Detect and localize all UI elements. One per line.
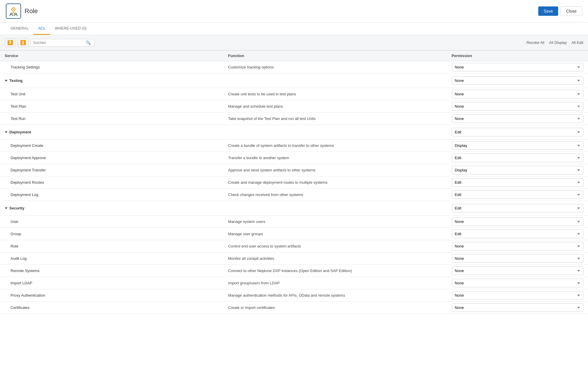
service-cell: Certificates [0, 302, 223, 314]
function-cell: Take snapshot of the Test Plan and run a… [223, 113, 447, 125]
function-cell: Manage system users [223, 216, 447, 228]
function-cell: Monitor all cockpit activities [223, 252, 447, 265]
collapse-all-button[interactable]: ⏬ [5, 38, 16, 47]
permission-select[interactable]: NoneDisplayEdit [452, 128, 583, 136]
permission-select[interactable]: NoneDisplayEdit [452, 90, 583, 98]
service-cell: User [0, 216, 223, 228]
table-row: Deployment TransferApprove and send syst… [0, 164, 588, 176]
service-cell: Group [0, 228, 223, 240]
function-cell: Manage authentication methods for APIs, … [223, 289, 447, 302]
group-permission-cell[interactable]: NoneDisplayEdit [447, 201, 588, 216]
tab-acl[interactable]: ACL [33, 23, 50, 35]
permission-select[interactable]: NoneDisplayEdit [452, 279, 583, 287]
permission-cell[interactable]: NoneDisplayEdit [447, 228, 588, 240]
permission-select[interactable]: NoneDisplayEdit [452, 102, 583, 111]
group-label: Security [9, 206, 24, 210]
permission-cell[interactable]: NoneDisplayEdit [447, 189, 588, 201]
permission-select[interactable]: NoneDisplayEdit [452, 166, 583, 174]
permission-select[interactable]: NoneDisplayEdit [452, 76, 583, 85]
permission-cell[interactable]: NoneDisplayEdit [447, 88, 588, 100]
table-row: Test UnitCreate unit tests to be used in… [0, 88, 588, 100]
permission-cell[interactable]: NoneDisplayEdit [447, 240, 588, 252]
all-display-link[interactable]: All Display [549, 40, 567, 45]
group-permission-cell[interactable]: NoneDisplayEdit [447, 73, 588, 88]
permission-select[interactable]: NoneDisplayEdit [452, 190, 583, 199]
permission-select[interactable]: NoneDisplayEdit [452, 217, 583, 226]
permission-cell[interactable]: NoneDisplayEdit [447, 252, 588, 265]
svg-point-1 [13, 9, 14, 10]
permission-select[interactable]: NoneDisplayEdit [452, 63, 583, 71]
chevron-down-icon[interactable] [5, 80, 8, 82]
permission-cell[interactable]: NoneDisplayEdit [447, 140, 588, 152]
table-row: GroupManage user groupsNoneDisplayEdit [0, 228, 588, 240]
permission-cell[interactable]: NoneDisplayEdit [447, 265, 588, 277]
function-cell: Transfer a bundle to another system [223, 152, 447, 164]
permission-select[interactable]: NoneDisplayEdit [452, 242, 583, 250]
permission-cell[interactable]: NoneDisplayEdit [447, 176, 588, 189]
permission-select[interactable]: NoneDisplayEdit [452, 204, 583, 212]
table-row: Test PlanManage and schedule test plansN… [0, 100, 588, 113]
permission-cell[interactable]: NoneDisplayEdit [447, 289, 588, 302]
permission-select[interactable]: NoneDisplayEdit [452, 114, 583, 123]
chevron-down-icon[interactable] [5, 131, 8, 133]
function-cell: Control end user access to system artifa… [223, 240, 447, 252]
chevron-down-icon[interactable] [5, 207, 8, 209]
table-row: Deployment ApproveTransfer a bundle to a… [0, 152, 588, 164]
permission-cell[interactable]: NoneDisplayEdit [447, 216, 588, 228]
permission-select[interactable]: NoneDisplayEdit [452, 254, 583, 263]
function-cell: Create or import certificates [223, 302, 447, 314]
permission-select[interactable]: NoneDisplayEdit [452, 303, 583, 312]
service-cell: Test Run [0, 113, 223, 125]
tab-where-used[interactable]: WHERE-USED (0) [50, 23, 91, 35]
service-cell: Deployment Routes [0, 176, 223, 189]
group-service-cell: Security [0, 201, 223, 216]
header: Role Save Close [0, 0, 588, 23]
col-function: Function [223, 51, 447, 61]
permission-cell[interactable]: NoneDisplayEdit [447, 61, 588, 73]
service-cell: Proxy Authentication [0, 289, 223, 302]
expand-all-button[interactable]: ⏫ [18, 38, 29, 47]
permission-cell[interactable]: NoneDisplayEdit [447, 302, 588, 314]
permission-select[interactable]: NoneDisplayEdit [452, 291, 583, 300]
svg-rect-4 [15, 9, 16, 10]
service-cell: Deployment Log [0, 189, 223, 201]
save-button[interactable]: Save [538, 6, 558, 16]
permission-cell[interactable]: NoneDisplayEdit [447, 164, 588, 176]
table-header-row: Service Function Permission [0, 51, 588, 61]
permission-select[interactable]: NoneDisplayEdit [452, 154, 583, 162]
function-cell: Manage user groups [223, 228, 447, 240]
permission-cell[interactable]: NoneDisplayEdit [447, 100, 588, 113]
table-row: Tracking SettingsCustomize tracking opti… [0, 61, 588, 73]
table-row: UserManage system usersNoneDisplayEdit [0, 216, 588, 228]
app-icon [6, 4, 21, 19]
col-service: Service [0, 51, 223, 61]
acl-table: Service Function Permission Tracking Set… [0, 50, 588, 314]
permission-select[interactable]: NoneDisplayEdit [452, 230, 583, 238]
all-edit-link[interactable]: All Edit [572, 40, 583, 45]
table-row: SecurityNoneDisplayEdit [0, 201, 588, 216]
function-cell: Create a bundle of system artifacts to t… [223, 140, 447, 152]
permission-select[interactable]: NoneDisplayEdit [452, 178, 583, 187]
function-cell: Manage and schedule test plans [223, 100, 447, 113]
service-cell: Deployment Create [0, 140, 223, 152]
search-box: 🔍 [30, 39, 95, 47]
permission-cell[interactable]: NoneDisplayEdit [447, 277, 588, 289]
table-row: Test RunTake snapshot of the Test Plan a… [0, 113, 588, 125]
permission-select[interactable]: NoneDisplayEdit [452, 141, 583, 150]
revoke-all-link[interactable]: Revoke All [526, 40, 544, 45]
search-input[interactable] [33, 40, 86, 45]
permission-select[interactable]: NoneDisplayEdit [452, 267, 583, 275]
service-cell: Import LDAP [0, 277, 223, 289]
tab-general[interactable]: GENERAL [6, 23, 33, 35]
service-cell: Deployment Approve [0, 152, 223, 164]
function-cell: Import group/users from LDAP [223, 277, 447, 289]
collapse-all-icon: ⏬ [7, 40, 13, 45]
table-row: Deployment RoutesCreate and manage deplo… [0, 176, 588, 189]
function-cell: Check changes received from other system… [223, 189, 447, 201]
close-button[interactable]: Close [561, 6, 582, 16]
table-row: Proxy AuthenticationManage authenticatio… [0, 289, 588, 302]
permission-cell[interactable]: NoneDisplayEdit [447, 152, 588, 164]
permission-cell[interactable]: NoneDisplayEdit [447, 113, 588, 125]
table-row: Audit LogMonitor all cockpit activitiesN… [0, 252, 588, 265]
group-permission-cell[interactable]: NoneDisplayEdit [447, 125, 588, 140]
